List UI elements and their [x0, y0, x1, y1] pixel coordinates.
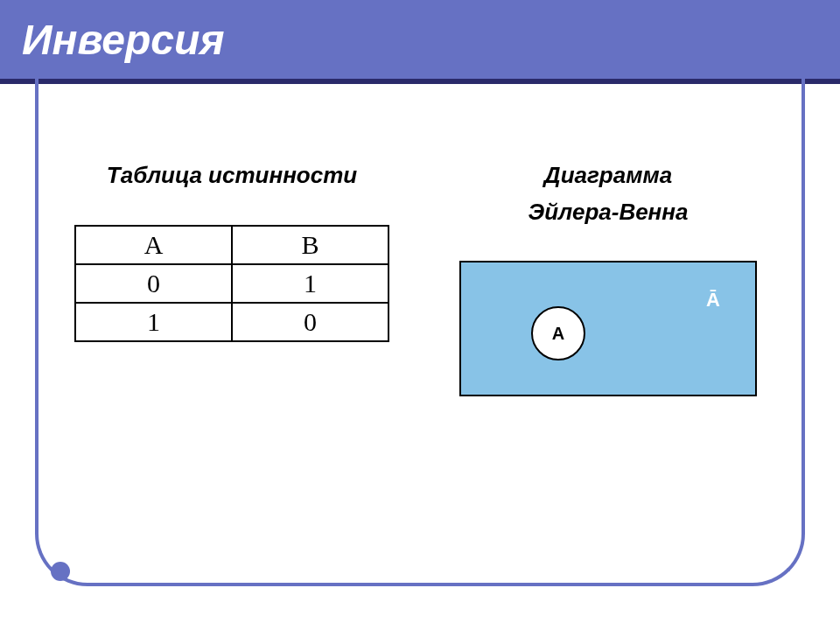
venn-diagram: А Ā — [459, 261, 757, 396]
venn-heading-line1: Диаграмма — [544, 162, 672, 188]
table-cell: 1 — [75, 303, 232, 341]
left-column: Таблица истинности A B 0 1 1 0 — [61, 131, 402, 551]
venn-circle-a: А — [531, 306, 585, 360]
slide-title: Инверсия — [22, 16, 225, 64]
venn-complement-label: Ā — [706, 289, 720, 312]
content-area: Таблица истинности A B 0 1 1 0 Диаграмма — [61, 131, 779, 551]
truth-table-heading: Таблица истинности — [107, 158, 357, 194]
venn-heading: Диаграмма Эйлера-Венна — [528, 158, 689, 230]
table-row: 0 1 — [75, 264, 388, 303]
venn-circle-label: А — [552, 324, 564, 344]
table-cell: 0 — [232, 303, 388, 341]
table-cell: 0 — [75, 264, 232, 303]
table-row: A B — [75, 226, 388, 264]
table-row: 1 0 — [75, 303, 388, 341]
title-band: Инверсия — [0, 0, 840, 79]
table-cell: 1 — [232, 264, 388, 303]
divider-line — [0, 79, 840, 84]
venn-heading-line2: Эйлера-Венна — [528, 199, 689, 225]
bullet-dot-icon — [51, 562, 70, 581]
table-cell-header-a: A — [75, 226, 232, 264]
table-cell-header-b: B — [232, 226, 388, 264]
right-column: Диаграмма Эйлера-Венна А Ā — [438, 131, 779, 551]
slide-container: Инверсия Таблица истинности A B 0 1 1 0 — [0, 0, 840, 630]
truth-table: A B 0 1 1 0 — [74, 225, 389, 342]
